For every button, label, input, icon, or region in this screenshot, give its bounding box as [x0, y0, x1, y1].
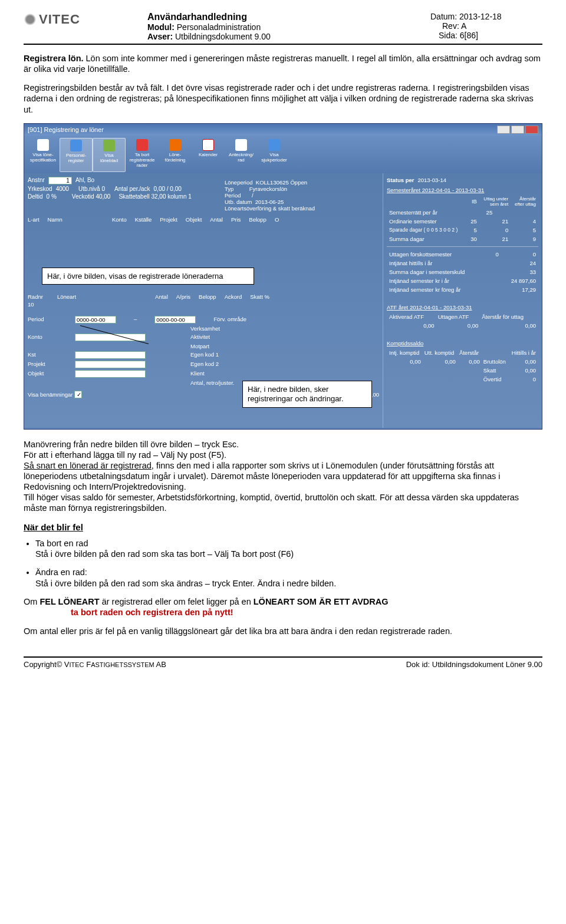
ch: Namn	[48, 216, 62, 223]
person-icon	[70, 140, 82, 151]
lfrow: Period 0000-00-00 – 0000-00-00 Förv. omr…	[28, 316, 379, 324]
th: Återstår	[458, 349, 481, 357]
note-icon	[235, 139, 247, 151]
td: 24 897,60	[501, 277, 537, 285]
doc-date: Datum: 2013-12-18	[430, 12, 542, 21]
doc-footer: Copyright© VITEC FASTIGHETSSYSTEM AB Dok…	[24, 658, 542, 675]
objekt-field[interactable]	[75, 370, 146, 378]
table-row: Sparade dagar ( 0 0 5 3 0 0 2 )505	[388, 226, 537, 234]
td: Summa dagar i semesterskuld	[388, 268, 491, 276]
lfrow: ObjektKlient	[28, 370, 379, 378]
th: Återstår för uttag	[481, 313, 537, 321]
minimize-button[interactable]	[497, 126, 510, 134]
left-column: Anstnr 1 Ahl, Bo Yrkeskod 4000 Utb.nivå …	[24, 173, 383, 428]
upper-col-headers: L-art Namn Konto Kställe Projekt Objekt …	[28, 216, 379, 223]
rev-value: A	[461, 21, 466, 31]
lfl: Period	[28, 316, 57, 324]
typ-row: Typ Fyraveckorslön	[225, 186, 315, 192]
period-to[interactable]: 0000-00-00	[154, 316, 196, 324]
utb-row: Utb. datum 2013-06-25	[225, 199, 315, 205]
status-row: Status per2013-03-14	[387, 177, 538, 183]
status-label: Status per	[387, 177, 414, 183]
lfr: Egen kod 2	[190, 361, 249, 368]
ch: Antal	[210, 216, 223, 223]
deltid-value: 0 %	[47, 193, 57, 200]
maximize-button[interactable]	[511, 126, 524, 134]
sem-table: IBUttag under sem åretÅterstår efter utt…	[387, 194, 538, 244]
lfr: Egen kod 1	[190, 351, 249, 359]
td: 0,00	[458, 358, 481, 365]
header-right: Datum: 2013-12-18 Rev: A Sida: 6[86]	[430, 12, 542, 40]
tb-label: Ta bort registrerade rader	[130, 152, 155, 168]
tb-tabort[interactable]: Ta bort registrerade rader	[126, 138, 159, 172]
footer-right: Dok id: Utbildningsdokument Löner 9.00	[406, 660, 542, 669]
p2b: FEL LÖNEART	[40, 597, 99, 606]
lfr: Klient	[190, 370, 249, 378]
lfl	[28, 325, 57, 332]
anstnr-field[interactable]: 1	[48, 177, 72, 184]
lower-rows: Period 0000-00-00 – 0000-00-00 Förv. omr…	[28, 316, 379, 386]
td: 33	[501, 268, 537, 276]
tb-lonespec[interactable]: Visa löne- specifikation	[27, 138, 60, 172]
typ-value: Fyraveckorslön	[249, 186, 287, 192]
td: 21	[479, 217, 509, 225]
doc-avser: Avser: Utbildningsdokument 9.00	[147, 32, 430, 41]
deltid-label: Deltid	[28, 193, 43, 200]
p2a: Om	[24, 597, 40, 606]
side-value: 6[86]	[460, 31, 478, 40]
lh: Antal	[155, 293, 168, 300]
ap1a: Manövrering från nedre bilden till övre …	[24, 440, 239, 460]
lfrow: ProjektEgen kod 2	[28, 361, 379, 368]
th: Aktiverad ATF	[388, 313, 436, 321]
rev-label: Rev:	[442, 21, 459, 31]
table-row: Intjänat hittills i år24	[388, 259, 537, 267]
anstnr-label: Anstnr	[28, 177, 45, 184]
ch: Konto	[112, 216, 127, 223]
error-list: Ta bort en radStå i övre bilden på den r…	[35, 538, 542, 589]
period-from[interactable]: 0000-00-00	[75, 316, 116, 324]
tb-sjukperioder[interactable]: Visa sjukperioder	[258, 138, 291, 172]
projekt-field[interactable]	[75, 361, 146, 368]
avser-label: Avser:	[147, 32, 173, 41]
overf-row: Löneartsöverföring & skatt beräknad	[225, 205, 315, 212]
emp-name: Ahl, Bo	[75, 177, 94, 184]
tb-personalreg[interactable]: Personal- register	[60, 138, 93, 172]
sheet-icon	[103, 140, 115, 151]
close-button[interactable]	[525, 126, 538, 134]
fl: AB	[154, 660, 166, 669]
kst-field[interactable]	[75, 351, 146, 359]
table-row: Ordinarie semester25214	[388, 217, 537, 225]
header-rule	[24, 44, 542, 45]
tb-kalender[interactable]: Kalender	[192, 138, 225, 172]
emp-row2: Yrkeskod 4000 Utb.nivå 0 Antal per./ack …	[28, 186, 379, 192]
utb-label: Utb. datum	[225, 199, 252, 205]
atf-header: ATF året 2012-04-01 - 2013-03-31	[387, 304, 538, 311]
td: 0	[479, 226, 509, 234]
td: 0,00	[509, 367, 537, 374]
lh: Belopp	[199, 293, 216, 300]
td: 17,29	[501, 286, 537, 293]
ch: Belopp	[249, 216, 266, 223]
tb-label: Visa löneblad	[100, 153, 118, 163]
para-1: Registrera lön. Lön som inte kommer med …	[24, 53, 542, 74]
lfr: Motpart	[190, 343, 249, 349]
visa-checkbox[interactable]: ✓	[74, 391, 82, 398]
status-value: 2013-03-14	[417, 177, 446, 183]
tb-anteckning[interactable]: Anteckning/ rad	[225, 138, 258, 172]
tb-loneblad[interactable]: Visa löneblad	[93, 138, 126, 172]
ch: Kställe	[135, 216, 152, 223]
td: 25	[469, 209, 537, 216]
body-text-top: Registrera lön. Lön som inte kommer med …	[24, 53, 542, 115]
td: Ordinarie semester	[388, 217, 468, 225]
td: 0	[501, 250, 537, 258]
komp-table: Intj. komptidUtt. komptidÅterstårHittill…	[387, 348, 538, 384]
table-row: Summa dagar30219	[388, 235, 537, 243]
radnr-value: 10	[28, 301, 379, 308]
lh: A/pris	[176, 293, 190, 300]
td: Intjänat hittills i år	[388, 259, 491, 267]
period-label: Period	[225, 192, 241, 199]
tb-fordelning[interactable]: Löne- fördelning	[159, 138, 192, 172]
visa-label: Visa benämningar	[28, 391, 73, 398]
td: Sparade dagar ( 0 0 5 3 0 0 2 )	[388, 226, 468, 234]
td: 0	[509, 375, 537, 383]
